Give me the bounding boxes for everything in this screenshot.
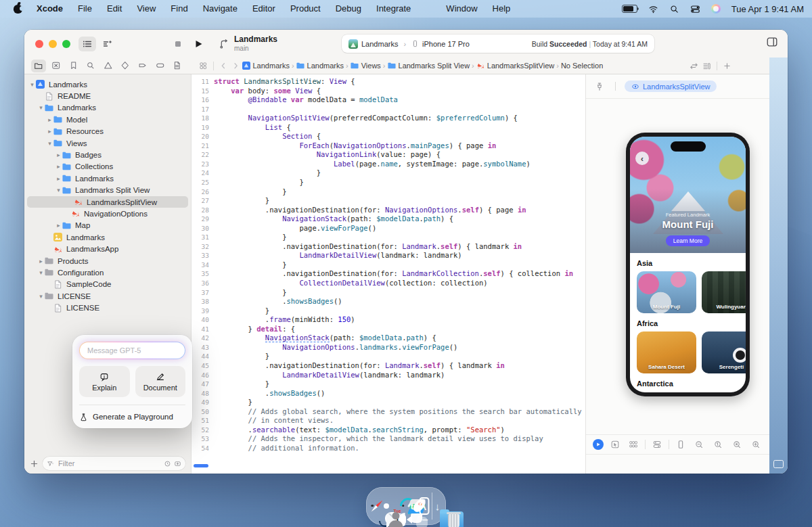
minimize-button[interactable]: [49, 40, 57, 48]
breadcrumb-item[interactable]: No Selection: [561, 62, 603, 70]
code-line-32[interactable]: 32 .navigationDestination(for: Landmark.…: [191, 242, 585, 252]
breadcrumb-item[interactable]: Landmarks: [242, 62, 290, 70]
navigator-tab-reports[interactable]: [170, 60, 185, 72]
forward-icon[interactable]: [231, 62, 240, 70]
code-line-38[interactable]: 38 .showsBadges(): [191, 297, 585, 306]
code-line-48[interactable]: 48 .showsBadges(): [191, 389, 585, 398]
zoom-out-icon[interactable]: [694, 440, 704, 449]
code-line-33[interactable]: 33 LandmarkDetailView(landmark: landmark…: [191, 251, 585, 260]
disclosure-icon[interactable]: ▸: [55, 222, 62, 229]
landmark-card-sahara-desert[interactable]: Sahara Desert: [637, 331, 696, 373]
navigator-tab-bookmark[interactable]: [66, 60, 81, 72]
selectable-mode-icon[interactable]: [610, 440, 620, 449]
navigator-tab-breakpoints[interactable]: [135, 60, 150, 72]
menu-item-editor[interactable]: Editor: [245, 0, 283, 18]
code-line-39[interactable]: 39 }: [191, 306, 585, 316]
code-review-icon[interactable]: [690, 62, 698, 70]
tree-item-landmarkssplitview[interactable]: LandmarksSplitView: [27, 196, 188, 208]
code-line-15[interactable]: 15 var body: some View {: [191, 87, 585, 96]
code-line-35[interactable]: 35 .navigationDestination(for: LandmarkC…: [191, 269, 585, 279]
inspector-toggle-button[interactable]: [766, 36, 778, 51]
disclosure-icon[interactable]: ▾: [37, 293, 45, 300]
code-line-41[interactable]: 41 } detail: {: [191, 325, 585, 334]
menu-item-file[interactable]: File: [70, 0, 99, 18]
code-line-42[interactable]: 42 NavigationStack(path: $modelData.path…: [191, 334, 585, 343]
code-line-40[interactable]: 40 .frame(minWidth: 150): [191, 315, 585, 325]
code-line-46[interactable]: 46 LandmarkDetailView(landmark: landmark…: [191, 371, 585, 380]
add-editor-icon[interactable]: [723, 62, 731, 70]
code-line-37[interactable]: 37 }: [191, 288, 585, 298]
disclosure-icon[interactable]: ▾: [46, 140, 53, 147]
scheme-name[interactable]: Landmarks: [361, 40, 398, 48]
add-file-icon[interactable]: [30, 459, 39, 468]
status-wifi-icon[interactable]: [648, 4, 658, 14]
preview-device-icon[interactable]: [676, 440, 685, 449]
disclosure-icon[interactable]: ▾: [28, 81, 36, 88]
back-icon[interactable]: [219, 62, 228, 70]
menu-item-window[interactable]: Window: [438, 0, 484, 18]
tree-item-resources[interactable]: ▸Resources: [24, 126, 191, 137]
generate-playground-button[interactable]: Generate a Playground: [79, 405, 185, 428]
disclosure-icon[interactable]: ▾: [37, 269, 45, 276]
code-line-43[interactable]: 43 NavigationOptions.landmarks.viewForPa…: [191, 343, 585, 352]
apple-logo-icon[interactable]: [14, 5, 22, 14]
status-assistant-icon[interactable]: [711, 4, 721, 14]
code-line-31[interactable]: 31 }: [191, 233, 585, 242]
tree-item-readme[interactable]: README: [24, 90, 191, 101]
tree-item-navigationoptions[interactable]: NavigationOptions: [24, 208, 191, 219]
status-battery-icon[interactable]: [622, 5, 637, 13]
iphone-preview[interactable]: ‹ Featured Landmark Mount Fuji Learn Mor…: [626, 133, 750, 396]
menu-item-product[interactable]: Product: [283, 0, 328, 18]
landmark-card-serengeti[interactable]: Serengeti: [702, 331, 746, 373]
code-line-23[interactable]: 23 Label(page.name, systemImage: page.sy…: [191, 160, 585, 169]
tree-item-landmarksapp[interactable]: LandmarksApp: [24, 243, 191, 254]
navigator-toggle-button[interactable]: [78, 37, 96, 51]
menu-item-navigate[interactable]: Navigate: [196, 0, 245, 18]
tree-item-license[interactable]: ▾LICENSE: [24, 290, 191, 302]
code-line-17[interactable]: 17: [191, 105, 585, 114]
preview-screen[interactable]: ‹ Featured Landmark Mount Fuji Learn Mor…: [630, 137, 746, 392]
run-button[interactable]: [189, 37, 207, 51]
source-control-filter-icon[interactable]: [174, 460, 181, 467]
code-line-19[interactable]: 19 List {: [191, 123, 585, 133]
writing-tools-button[interactable]: [99, 37, 116, 51]
code-line-45[interactable]: 45 .navigationDestination(for: Landmark.…: [191, 361, 585, 371]
code-line-47[interactable]: 47 }: [191, 380, 585, 389]
tree-item-samplecode[interactable]: SampleCode: [24, 279, 191, 290]
tree-item-configuration[interactable]: ▾Configuration: [24, 267, 191, 278]
zoom-100-icon[interactable]: [713, 440, 723, 449]
zoom-button[interactable]: [62, 40, 70, 48]
filter-field[interactable]: [43, 457, 185, 470]
menu-item-xcode[interactable]: Xcode: [29, 0, 70, 18]
disclosure-icon[interactable]: ▸: [37, 258, 45, 265]
tree-item-model[interactable]: ▸Model: [24, 114, 191, 125]
disclosure-icon[interactable]: ▾: [37, 104, 45, 111]
code-line-50[interactable]: 50 // Adds global search, where the syst…: [191, 407, 585, 417]
code-line-54[interactable]: 54 // additional information.: [191, 444, 585, 453]
navigator-tab-issues[interactable]: [101, 60, 116, 72]
disclosure-icon[interactable]: ▸: [55, 175, 62, 182]
navigator-tab-recent[interactable]: [49, 60, 64, 72]
menu-item-debug[interactable]: Debug: [328, 0, 369, 18]
device-settings-icon[interactable]: [652, 440, 662, 449]
code-line-44[interactable]: 44 }: [191, 352, 585, 361]
navigator-tab-find[interactable]: [83, 60, 98, 72]
disclosure-icon[interactable]: ▾: [55, 187, 62, 193]
tree-item-products[interactable]: ▸Products: [24, 255, 191, 267]
recents-clock-icon[interactable]: [164, 460, 171, 467]
preview-target-pill[interactable]: LandmarksSplitView: [625, 81, 717, 92]
landmark-card-wulingyuan[interactable]: Wulingyuan: [702, 271, 746, 313]
code-editor[interactable]: 11struct LandmarksSplitView: View {15 va…: [191, 74, 586, 474]
code-line-28[interactable]: 28 .navigationDestination(for: Navigatio…: [191, 206, 585, 215]
pin-icon[interactable]: [595, 82, 604, 91]
project-status-block[interactable]: Landmarks main: [219, 35, 277, 51]
code-line-30[interactable]: 30 page.viewForPage(): [191, 224, 585, 233]
build-status[interactable]: Build Succeeded | Today at 9:41 AM: [532, 40, 648, 48]
tree-item-map[interactable]: ▸Map: [24, 220, 191, 231]
code-line-29[interactable]: 29 NavigationStack(path: $modelData.path…: [191, 214, 585, 224]
related-items-icon[interactable]: [199, 62, 208, 70]
code-line-24[interactable]: 24 }: [191, 168, 585, 178]
live-preview-button[interactable]: [593, 439, 604, 450]
tree-item-landmarks[interactable]: ▸Landmarks: [24, 173, 191, 184]
minimap-icon[interactable]: [702, 62, 711, 70]
